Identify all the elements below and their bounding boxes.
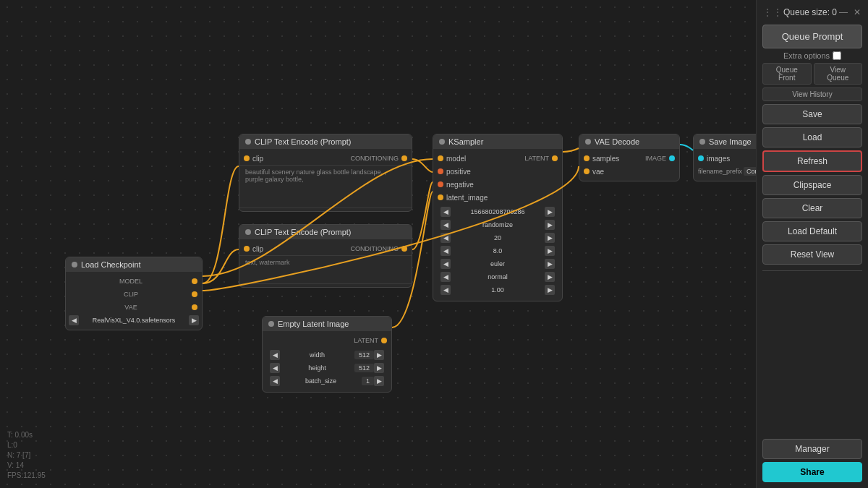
load-default-button[interactable]: Load Default bbox=[762, 221, 862, 241]
height-next[interactable]: ▶ bbox=[374, 363, 384, 373]
width-prev[interactable]: ◀ bbox=[270, 350, 280, 360]
refresh-button[interactable]: Refresh bbox=[762, 150, 862, 172]
view-history-btn[interactable]: View History bbox=[762, 87, 862, 101]
minimize-btn[interactable]: — bbox=[838, 6, 849, 19]
denoise-next[interactable]: ▶ bbox=[545, 285, 555, 295]
ckpt-prev-btn[interactable]: ◀ bbox=[69, 315, 79, 325]
panel-drag-icon: ⋮⋮ bbox=[762, 7, 783, 18]
denoise-prev[interactable]: ◀ bbox=[441, 285, 451, 295]
queue-sub-buttons: Queue Front View Queue bbox=[762, 63, 862, 85]
load-checkpoint-body: MODEL CLIP VAE ◀ RealVisXL_V4.0.safetens… bbox=[66, 272, 202, 330]
queue-front-btn[interactable]: Queue Front bbox=[762, 63, 812, 85]
scheduler-row: ◀ normal ▶ bbox=[436, 270, 559, 283]
clip-output-row: CLIP bbox=[66, 288, 202, 301]
ckpt-next-btn[interactable]: ▶ bbox=[189, 315, 199, 325]
vae-decode-header: VAE Decode bbox=[579, 134, 679, 149]
node-status-dot-k bbox=[439, 139, 445, 145]
view-history-row: View History bbox=[762, 87, 862, 101]
sampler-next[interactable]: ▶ bbox=[545, 259, 555, 269]
queue-prompt-button[interactable]: Queue Prompt bbox=[762, 25, 862, 48]
clip-port bbox=[192, 291, 197, 297]
vae-output-row: VAE bbox=[66, 301, 202, 314]
height-row: ◀ height 512 ▶ bbox=[265, 361, 388, 374]
seed-prev[interactable]: ◀ bbox=[441, 207, 451, 217]
width-row: ◀ width 512 ▶ bbox=[265, 348, 388, 361]
cfg-row: ◀ 8.0 ▶ bbox=[436, 244, 559, 257]
positive-dot bbox=[438, 168, 443, 174]
control-next[interactable]: ▶ bbox=[545, 220, 555, 230]
model-input-row: model LATENT bbox=[433, 152, 562, 165]
conditioning-output-2: CONDITIONING bbox=[351, 245, 408, 252]
node-canvas[interactable]: Load Checkpoint MODEL CLIP VAE ◀ RealVis… bbox=[0, 0, 760, 488]
height-prev[interactable]: ◀ bbox=[270, 363, 280, 373]
clip-input-row-2: clip CONDITIONING bbox=[239, 242, 412, 255]
panel-header: ⋮⋮ Queue size: 0 — ✕ bbox=[762, 6, 862, 19]
latent-input-row: latent_image bbox=[433, 191, 562, 204]
model-output-row: MODEL bbox=[66, 275, 202, 288]
clip-text-encode-1-header: CLIP Text Encode (Prompt) bbox=[239, 134, 412, 149]
extra-options-checkbox[interactable] bbox=[833, 51, 841, 60]
right-panel: ⋮⋮ Queue size: 0 — ✕ Queue Prompt Extra … bbox=[756, 0, 868, 488]
sampler-prev[interactable]: ◀ bbox=[441, 259, 451, 269]
vae-input-row: vae bbox=[579, 165, 679, 178]
conditioning-output: CONDITIONING bbox=[351, 155, 408, 162]
panel-spacer bbox=[762, 277, 862, 436]
empty-latent-node: Empty Latent Image LATENT ◀ width 512 ▶ … bbox=[262, 316, 392, 393]
clip-text-encode-2-node: CLIP Text Encode (Prompt) clip CONDITION… bbox=[239, 224, 412, 288]
cfg-next[interactable]: ▶ bbox=[545, 246, 555, 256]
node-status-dot-vae bbox=[585, 139, 591, 145]
conditioning-dot bbox=[401, 155, 407, 161]
scheduler-prev[interactable]: ◀ bbox=[441, 272, 451, 282]
batch-row: ◀ batch_size 1 ▶ bbox=[265, 374, 388, 388]
negative-input-row: negative bbox=[433, 178, 562, 191]
clip-text-encode-1-body: clip CONDITIONING beautiful scenery natu… bbox=[239, 149, 412, 211]
control-prev[interactable]: ◀ bbox=[441, 220, 451, 230]
reset-view-button[interactable]: Reset View bbox=[762, 244, 862, 265]
scheduler-next[interactable]: ▶ bbox=[545, 272, 555, 282]
clipspace-button[interactable]: Clipspace bbox=[762, 175, 862, 195]
panel-divider bbox=[762, 270, 862, 271]
seed-next[interactable]: ▶ bbox=[545, 207, 555, 217]
view-queue-btn[interactable]: View Queue bbox=[814, 63, 863, 85]
samples-dot bbox=[584, 155, 590, 161]
cfg-prev[interactable]: ◀ bbox=[441, 246, 451, 256]
batch-prev[interactable]: ◀ bbox=[270, 376, 280, 386]
node-status-dot-save bbox=[699, 139, 705, 145]
latent-input-dot bbox=[438, 194, 443, 200]
vae-input-dot bbox=[584, 168, 590, 174]
seed-row: ◀ 156680208700286 ▶ bbox=[436, 205, 559, 218]
el-latent-dot bbox=[381, 338, 387, 343]
load-checkpoint-node: Load Checkpoint MODEL CLIP VAE ◀ RealVis… bbox=[65, 257, 203, 330]
ksampler-body: model LATENT positive negative bbox=[433, 149, 562, 301]
empty-latent-header: Empty Latent Image bbox=[263, 317, 391, 331]
width-next[interactable]: ▶ bbox=[374, 350, 384, 360]
clip-text-1-content[interactable]: beautiful scenery nature glass bottle la… bbox=[239, 165, 412, 208]
node-status-dot-el bbox=[268, 321, 274, 327]
clip-text-encode-2-body: clip CONDITIONING text, watermark bbox=[239, 239, 412, 287]
steps-prev[interactable]: ◀ bbox=[441, 233, 451, 243]
panel-icons: — ✕ bbox=[838, 6, 862, 19]
load-button[interactable]: Load bbox=[762, 127, 862, 147]
batch-next[interactable]: ▶ bbox=[374, 376, 384, 386]
positive-input-row: positive bbox=[433, 165, 562, 178]
close-btn[interactable]: ✕ bbox=[852, 6, 862, 19]
denoise-row: ◀ 1.00 ▶ bbox=[436, 283, 559, 296]
steps-next[interactable]: ▶ bbox=[545, 233, 555, 243]
clip-input-left-2: clip bbox=[244, 245, 263, 253]
clip-text-2-content[interactable]: text, watermark bbox=[239, 255, 412, 284]
queue-size-label: Queue size: 0 bbox=[783, 7, 838, 17]
clip-text-encode-1-node: CLIP Text Encode (Prompt) clip CONDITION… bbox=[239, 134, 412, 212]
clip-text-encode-2-header: CLIP Text Encode (Prompt) bbox=[239, 225, 412, 239]
share-button[interactable]: Share bbox=[762, 462, 862, 482]
clip-input-row-1: clip CONDITIONING bbox=[239, 152, 412, 165]
load-checkpoint-header: Load Checkpoint bbox=[66, 257, 202, 272]
steps-row: ◀ 20 ▶ bbox=[436, 231, 559, 244]
clear-button[interactable]: Clear bbox=[762, 198, 862, 218]
empty-latent-params: ◀ width 512 ▶ ◀ height 512 ▶ ◀ batch_siz… bbox=[263, 347, 391, 389]
clip-input-left: clip bbox=[244, 155, 263, 163]
image-output-dot bbox=[669, 155, 675, 161]
node-status-dot-1 bbox=[245, 139, 251, 145]
save-button[interactable]: Save bbox=[762, 104, 862, 124]
ksampler-params: ◀ 156680208700286 ▶ ◀ randomize ▶ ◀ 20 ▶… bbox=[433, 204, 562, 298]
manager-button[interactable]: Manager bbox=[762, 439, 862, 459]
